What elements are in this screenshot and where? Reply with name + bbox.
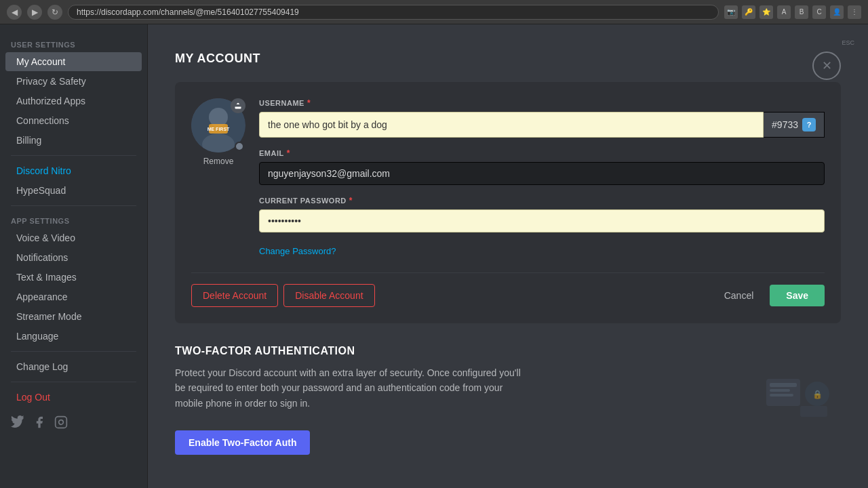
refresh-button[interactable]: ↻ bbox=[47, 5, 62, 20]
star-icon: ⭐ bbox=[760, 5, 773, 19]
sidebar-item-log-out[interactable]: Log Out bbox=[5, 388, 142, 407]
password-field-group: CURRENT PASSWORD * bbox=[259, 196, 825, 232]
svg-rect-9 bbox=[770, 389, 790, 392]
user-settings-label: USER SETTINGS bbox=[0, 35, 147, 52]
form-actions: Delete Account Disable Account Cancel Sa… bbox=[191, 272, 825, 307]
two-factor-auth-section: TWO-FACTOR AUTHENTICATION Protect your D… bbox=[175, 345, 841, 455]
svg-text:ME FIRST: ME FIRST bbox=[208, 127, 230, 131]
email-label: EMAIL * bbox=[259, 148, 825, 158]
save-button[interactable]: Save bbox=[770, 285, 825, 306]
sidebar-item-label: Text & Images bbox=[16, 272, 77, 283]
avatar-upload-icon[interactable] bbox=[231, 98, 245, 113]
ext1-icon: A bbox=[777, 5, 791, 19]
tfa-illustration: 🔒 bbox=[760, 365, 841, 420]
sidebar-item-label: Billing bbox=[16, 135, 41, 146]
cam-icon: 📷 bbox=[724, 5, 738, 19]
sidebar-item-label: HypeSquad bbox=[16, 185, 66, 196]
username-label: USERNAME * bbox=[259, 98, 825, 108]
account-header: ME FIRST Remove USE bbox=[191, 98, 825, 256]
sidebar-item-appearance[interactable]: Appearance bbox=[5, 287, 142, 306]
tfa-description: Protect your Discord account with an ext… bbox=[175, 365, 528, 411]
discriminator-value: #9733 bbox=[772, 119, 798, 130]
browser-chrome: ◀ ▶ ↻ https://discordapp.com/channels/@m… bbox=[0, 0, 868, 24]
sidebar-item-label: Connections bbox=[16, 115, 69, 126]
menu-icon[interactable]: ⋮ bbox=[848, 5, 861, 19]
ext2-icon: B bbox=[795, 5, 808, 19]
sidebar-divider-1 bbox=[11, 155, 136, 156]
username-required: * bbox=[307, 98, 311, 108]
social-links bbox=[0, 407, 147, 432]
page-title: MY ACCOUNT bbox=[175, 52, 841, 66]
email-required: * bbox=[287, 148, 290, 158]
svg-rect-13 bbox=[800, 406, 827, 417]
delete-account-button[interactable]: Delete Account bbox=[191, 284, 278, 307]
sidebar-divider-2 bbox=[11, 205, 136, 206]
sidebar-item-hypesquad[interactable]: HypeSquad bbox=[5, 181, 142, 200]
remove-avatar-button[interactable]: Remove bbox=[203, 157, 234, 166]
sidebar-item-discord-nitro[interactable]: Discord Nitro bbox=[5, 161, 142, 180]
sidebar-item-my-account[interactable]: My Account bbox=[5, 52, 142, 71]
sidebar-divider-4 bbox=[11, 382, 136, 382]
close-icon: ✕ bbox=[822, 58, 832, 73]
svg-rect-10 bbox=[770, 394, 793, 396]
close-button[interactable]: ✕ bbox=[812, 52, 841, 80]
sidebar-item-notifications[interactable]: Notifications bbox=[5, 248, 142, 267]
sidebar-item-connections[interactable]: Connections bbox=[5, 111, 142, 130]
avatar-status bbox=[235, 142, 244, 151]
cancel-button[interactable]: Cancel bbox=[713, 285, 765, 306]
svg-rect-0 bbox=[56, 417, 67, 428]
sidebar-item-label: Notifications bbox=[16, 252, 68, 263]
password-input[interactable] bbox=[259, 209, 825, 232]
sidebar-item-label: Streamer Mode bbox=[16, 311, 81, 322]
app-settings-label: APP SETTINGS bbox=[0, 211, 147, 228]
tfa-body: Protect your Discord account with an ext… bbox=[175, 365, 841, 420]
esc-label: ESC bbox=[842, 39, 854, 46]
sidebar-item-label: Discord Nitro bbox=[16, 165, 71, 176]
browser-icons: 📷 🔑 ⭐ A B C 👤 ⋮ bbox=[724, 5, 861, 19]
form-fields: USERNAME * #9733 ? bbox=[259, 98, 825, 256]
change-password-link[interactable]: Change Password? bbox=[259, 246, 336, 256]
discriminator-help-icon[interactable]: ? bbox=[802, 118, 816, 131]
svg-point-3 bbox=[209, 108, 228, 127]
user-icon: 👤 bbox=[830, 5, 844, 19]
key-icon: 🔑 bbox=[742, 5, 755, 19]
sidebar-item-language[interactable]: Language bbox=[5, 327, 142, 346]
twitter-icon[interactable] bbox=[11, 415, 24, 429]
sidebar-item-authorized-apps[interactable]: Authorized Apps bbox=[5, 92, 142, 110]
sidebar-item-label: Authorized Apps bbox=[16, 96, 85, 106]
discriminator-box: #9733 ? bbox=[764, 112, 825, 138]
username-field-group: USERNAME * #9733 ? bbox=[259, 98, 825, 138]
sidebar-item-text-images[interactable]: Text & Images bbox=[5, 268, 142, 287]
username-input[interactable] bbox=[259, 112, 764, 138]
password-required: * bbox=[349, 196, 353, 205]
content-area: ✕ ESC MY ACCOUNT bbox=[148, 24, 868, 488]
facebook-icon[interactable] bbox=[33, 415, 46, 429]
email-field-group: EMAIL * bbox=[259, 148, 825, 185]
enable-2fa-button[interactable]: Enable Two-Factor Auth bbox=[175, 430, 310, 455]
account-form-card: ME FIRST Remove USE bbox=[175, 82, 841, 323]
app-layout: USER SETTINGS My Account Privacy & Safet… bbox=[0, 24, 868, 488]
sidebar-item-privacy-safety[interactable]: Privacy & Safety bbox=[5, 72, 142, 91]
tfa-title: TWO-FACTOR AUTHENTICATION bbox=[175, 345, 841, 357]
avatar-section: ME FIRST Remove bbox=[191, 98, 245, 166]
back-button[interactable]: ◀ bbox=[7, 5, 22, 20]
sidebar-item-label: My Account bbox=[16, 56, 65, 67]
sidebar-item-label: Change Log bbox=[16, 361, 68, 372]
sidebar-item-change-log[interactable]: Change Log bbox=[5, 357, 142, 376]
username-input-row: #9733 ? bbox=[259, 112, 825, 138]
email-input[interactable] bbox=[259, 162, 825, 185]
url-text: https://discordapp.com/channels/@me/5164… bbox=[77, 7, 299, 17]
sidebar-item-billing[interactable]: Billing bbox=[5, 131, 142, 150]
sidebar-item-label: Voice & Video bbox=[16, 232, 75, 243]
avatar-wrapper: ME FIRST bbox=[191, 98, 245, 152]
url-bar[interactable]: https://discordapp.com/channels/@me/5164… bbox=[68, 5, 719, 20]
instagram-icon[interactable] bbox=[54, 415, 68, 429]
disable-account-button[interactable]: Disable Account bbox=[283, 284, 374, 307]
sidebar-item-streamer-mode[interactable]: Streamer Mode bbox=[5, 307, 142, 326]
svg-text:🔒: 🔒 bbox=[812, 389, 823, 399]
sidebar-item-label: Appearance bbox=[16, 291, 68, 302]
sidebar-item-label: Language bbox=[16, 331, 58, 342]
sidebar-item-voice-video[interactable]: Voice & Video bbox=[5, 228, 142, 247]
password-label: CURRENT PASSWORD * bbox=[259, 196, 825, 205]
forward-button[interactable]: ▶ bbox=[27, 5, 42, 20]
